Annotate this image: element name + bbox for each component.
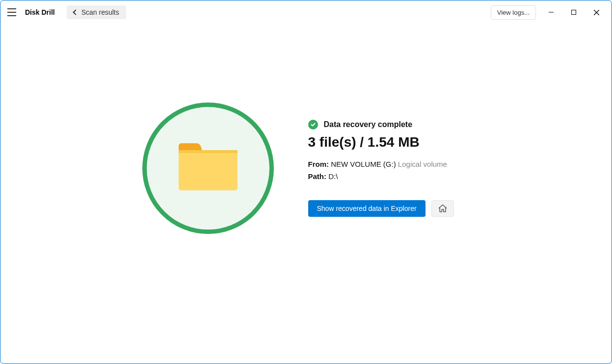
main-content: Data recovery complete 3 file(s) / 1.54 … (0, 24, 612, 234)
maximize-button[interactable] (562, 4, 585, 20)
back-button[interactable]: Scan results (67, 5, 126, 19)
recovery-details: Data recovery complete 3 file(s) / 1.54 … (308, 120, 470, 217)
from-label: From: (308, 160, 329, 168)
view-logs-button[interactable]: View logs... (491, 5, 536, 20)
home-button[interactable] (431, 200, 454, 217)
status-title: Data recovery complete (324, 120, 413, 129)
path-row: Path: D:\ (308, 172, 470, 181)
path-label: Path: (308, 172, 327, 181)
chevron-left-icon (73, 9, 78, 15)
from-row: From: NEW VOLUME (G:) Logical volume (308, 160, 470, 168)
titlebar: Disk Drill Scan results View logs... (0, 0, 612, 24)
path-value: D:\ (328, 172, 338, 181)
minimize-button[interactable] (540, 4, 562, 20)
status-row: Data recovery complete (308, 120, 470, 130)
svg-rect-1 (572, 10, 576, 15)
hamburger-menu-icon[interactable] (7, 7, 18, 18)
show-in-explorer-button[interactable]: Show recovered data in Explorer (308, 200, 426, 217)
from-value: NEW VOLUME (G:) (331, 160, 396, 168)
from-type: Logical volume (398, 160, 447, 168)
close-button[interactable] (585, 4, 608, 20)
recovery-summary: 3 file(s) / 1.54 MB (308, 134, 470, 150)
folder-icon (176, 141, 240, 195)
back-button-label: Scan results (81, 8, 119, 16)
check-circle-icon (308, 120, 318, 130)
svg-rect-4 (179, 150, 238, 190)
success-folder-graphic (142, 103, 274, 234)
window-controls (540, 4, 608, 20)
app-title: Disk Drill (25, 8, 55, 16)
action-row: Show recovered data in Explorer (308, 200, 470, 217)
home-icon (438, 204, 448, 213)
svg-rect-5 (179, 150, 238, 153)
